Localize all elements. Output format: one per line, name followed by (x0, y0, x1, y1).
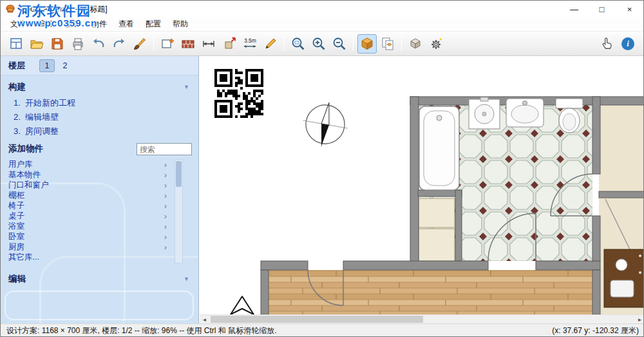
chevron-right-icon: › (164, 191, 167, 200)
menu-edit[interactable]: 编辑 (32, 17, 59, 31)
pan-hand-button[interactable] (598, 34, 617, 53)
category-other-libraries[interactable]: 其它库... (1, 252, 173, 262)
north-arrow (231, 296, 254, 314)
washbasin-cabinet[interactable] (469, 97, 500, 129)
chevron-right-icon: › (164, 171, 167, 179)
chevron-right-icon: › (164, 233, 167, 241)
toolbar-separator (284, 36, 285, 52)
menu-help[interactable]: 帮助 (167, 17, 194, 31)
scroll-left-arrow[interactable]: ◄ (200, 315, 209, 324)
save-project-button[interactable] (48, 34, 67, 53)
sidebar: 楼层 1 2 构建 ▼ 1. 开始新的工程 2. 编辑墙壁 3. 房间调整 添加… (1, 56, 199, 323)
collapse-arrow-icon[interactable]: ▼ (184, 276, 189, 282)
vanity-basin (611, 280, 634, 297)
menu-file[interactable]: 文件 (5, 17, 32, 31)
floor-selector-bar: 楼层 1 2 (1, 56, 198, 75)
move-object-button[interactable] (220, 34, 239, 53)
object-category-list: 用户库› 基本物件› 门口和窗户› 棚柜› 椅子› 桌子› 浴室› 卧室› 厨房… (1, 159, 173, 264)
menu-object[interactable]: 物件 (86, 17, 113, 31)
bathroom-cabinets[interactable] (419, 198, 455, 261)
vanity-sink (616, 259, 627, 271)
zoom-out-button[interactable] (330, 34, 349, 53)
close-button[interactable]: × (616, 1, 643, 17)
add-objects-header-label: 添加物件 (8, 143, 43, 155)
floor-plan[interactable] (200, 56, 644, 314)
app-window: Room Arranger - [无标题] — □ × 文件 编辑 楼层 物件 … (0, 0, 644, 337)
chevron-right-icon: › (164, 160, 167, 169)
knob (639, 255, 641, 257)
canvas-horizontal-scrollbar[interactable]: ◄ ► (200, 314, 644, 323)
scroll-thumb[interactable] (211, 316, 423, 323)
chevron-right-icon: › (164, 212, 167, 220)
menu-floor[interactable]: 楼层 (59, 17, 86, 31)
style-brush-button[interactable] (130, 34, 149, 53)
view-3d-button[interactable] (357, 34, 377, 53)
scrollbar-thumb[interactable] (176, 161, 182, 187)
floor-tab-1[interactable]: 1 (39, 59, 55, 72)
window-controls: — □ × (560, 1, 643, 17)
toolbar-separator (353, 36, 354, 52)
category-basic-objects[interactable]: 基本物件› (1, 169, 173, 180)
build-header-label: 构建 (8, 81, 26, 93)
status-cursor-coordinates: (x: 37.67 y: -120.32 厘米) (552, 325, 639, 336)
category-bedroom[interactable]: 卧室› (1, 231, 173, 242)
build-section-header: 构建 ▼ (1, 79, 198, 95)
sink[interactable] (506, 99, 544, 127)
collapse-arrow-icon[interactable]: ▼ (184, 84, 189, 90)
category-cabinets[interactable]: 棚柜› (1, 190, 173, 200)
zoom-window-button[interactable] (289, 34, 308, 53)
bathtub[interactable] (419, 106, 459, 190)
step-new-project[interactable]: 1. 开始新的工程 (1, 96, 198, 110)
print-button[interactable] (68, 34, 88, 53)
settings-button[interactable] (426, 34, 446, 53)
info-icon: i (621, 37, 634, 50)
undo-button[interactable] (89, 34, 108, 53)
step-edit-walls[interactable]: 2. 编辑墙壁 (1, 110, 198, 124)
redo-button[interactable] (109, 34, 129, 53)
maximize-button[interactable]: □ (588, 1, 616, 17)
menu-bar: 文件 编辑 楼层 物件 查看 配置 帮助 (1, 17, 643, 31)
category-kitchen[interactable]: 厨房› (1, 242, 173, 252)
object-search-input[interactable] (137, 143, 192, 155)
menu-settings[interactable]: 配置 (140, 17, 167, 31)
object-3d-preview-button[interactable] (406, 34, 425, 53)
zoom-in-button[interactable] (309, 34, 328, 53)
chevron-right-icon: › (164, 202, 167, 210)
build-steps: 1. 开始新的工程 2. 编辑墙壁 3. 房间调整 (1, 96, 198, 139)
app-logo-icon (5, 3, 16, 15)
floor-label: 楼层 (8, 60, 25, 72)
draw-walls-button[interactable] (178, 34, 198, 53)
design-canvas[interactable] (200, 56, 644, 314)
add-room-button[interactable] (158, 34, 177, 53)
step-adjust-rooms[interactable]: 3. 房间调整 (1, 124, 198, 139)
edit-header-label: 编辑 (8, 273, 26, 285)
scroll-right-arrow[interactable]: ► (635, 315, 644, 324)
scroll-track[interactable] (209, 315, 635, 323)
open-project-button[interactable] (27, 34, 46, 53)
toolbar-separator (153, 36, 154, 52)
toolbar: 3.5m i (1, 31, 643, 56)
add-objects-section-header: 添加物件 (1, 141, 198, 157)
knob (639, 271, 641, 274)
status-design-info: 设计方案: 1168 × 700 厘米, 楼层: 1/2 -- 缩放: 96% … (6, 325, 277, 336)
menu-view[interactable]: 查看 (113, 17, 140, 31)
category-list-scrollbar[interactable] (175, 159, 183, 264)
edit-pencil-button[interactable] (261, 34, 280, 53)
compass-icon (299, 98, 351, 150)
edit-section-header: 编辑 ▼ (1, 271, 198, 287)
floor-tab-2[interactable]: 2 (57, 59, 73, 72)
measure-tape-button[interactable]: 3.5m (240, 34, 260, 53)
new-plan-button[interactable] (6, 34, 26, 53)
svg-text:3.5m: 3.5m (244, 37, 256, 44)
category-chairs[interactable]: 椅子› (1, 200, 173, 211)
dimensions-button[interactable] (199, 34, 218, 53)
category-tables[interactable]: 桌子› (1, 211, 173, 221)
category-doors-windows[interactable]: 门口和窗户› (1, 180, 173, 190)
category-bathroom[interactable]: 浴室› (1, 221, 173, 231)
category-user-library[interactable]: 用户库› (1, 159, 173, 169)
info-button[interactable]: i (618, 34, 638, 53)
toolbar-separator (401, 36, 402, 52)
title-bar: Room Arranger - [无标题] — □ × (1, 1, 643, 17)
minimize-button[interactable]: — (560, 1, 588, 17)
copy-to-clipboard-button[interactable] (378, 34, 397, 53)
